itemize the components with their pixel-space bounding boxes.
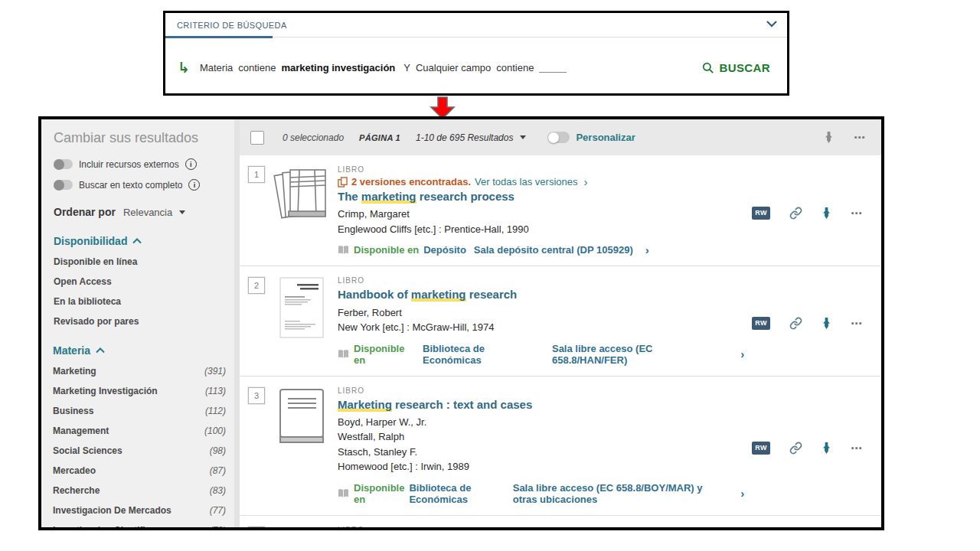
pin-icon[interactable]: [822, 317, 831, 330]
pin-icon[interactable]: [822, 207, 831, 220]
pin-icon[interactable]: [824, 131, 834, 144]
select-all-checkbox[interactable]: [250, 131, 264, 145]
query-value2-input[interactable]: [539, 63, 567, 73]
tab-criterio-busqueda[interactable]: CRITERIO DE BÚSQUEDA: [177, 21, 287, 30]
facet-title: Materia: [53, 344, 90, 357]
info-icon[interactable]: i: [188, 179, 200, 191]
result-author: Ferber, Robert: [338, 305, 744, 321]
facet-item-investigacion-de-mercados[interactable]: Investigacion De Mercados(77): [53, 505, 226, 517]
query-operator2-select[interactable]: contiene: [496, 62, 534, 73]
facet-item-investigacion-cientifica[interactable]: Investigacion Cientifica(73): [53, 525, 226, 527]
facet-item-disponible-en-linea[interactable]: Disponible en línea: [54, 256, 225, 268]
result-title[interactable]: Handbook of marketing research: [338, 287, 744, 302]
book-icon: [338, 488, 349, 498]
rw-badge[interactable]: RW: [752, 207, 770, 220]
results-toolbar: 0 seleccionado PÁGINA 1 1-10 de 695 Resu…: [240, 119, 881, 155]
query-row: ↳ Materia contiene marketing investigaci…: [165, 56, 787, 80]
annotation-box-query: Materia contiene marketing investigación: [193, 56, 402, 80]
facet-item-recherche[interactable]: Recherche(83): [53, 485, 226, 497]
facet-item-open-access[interactable]: Open Access: [54, 276, 225, 288]
result-row-4: 4 LIBRO: [240, 515, 881, 527]
page-indicator: PÁGINA 1: [359, 133, 400, 142]
chevron-up-icon: [96, 347, 105, 354]
personalize-toggle[interactable]: [547, 132, 570, 143]
chevron-right-icon: ›: [583, 176, 587, 187]
pin-icon[interactable]: [822, 442, 831, 455]
facet-availability-header[interactable]: Disponibilidad: [54, 235, 225, 247]
query-field-select[interactable]: Materia: [200, 62, 233, 73]
versions-found: 2 versiones encontradas.: [351, 176, 471, 187]
facet-item-en-la-biblioteca[interactable]: En la biblioteca: [54, 296, 225, 308]
resource-type: LIBRO: [338, 276, 744, 285]
result-number[interactable]: 4: [248, 527, 265, 527]
search-tab-bar: CRITERIO DE BÚSQUEDA: [165, 13, 787, 37]
book-stack-thumbnail[interactable]: [265, 524, 338, 527]
toggle-label: Incluir recursos externos: [79, 159, 179, 170]
search-icon: [702, 62, 714, 74]
permalink-icon[interactable]: [789, 317, 802, 330]
facet-materia-header[interactable]: Materia: [53, 344, 226, 357]
query-conjunction[interactable]: Y: [403, 62, 410, 73]
buscar-button-label: BUSCAR: [719, 61, 770, 74]
result-title[interactable]: Marketing research : text and cases: [338, 397, 744, 412]
book-sketch-thumbnail[interactable]: [265, 385, 338, 505]
external-resources-toggle[interactable]: [54, 159, 73, 169]
result-author: Stasch, Stanley F.: [338, 445, 744, 460]
see-all-versions-link[interactable]: Ver todas las versiones: [475, 176, 577, 187]
permalink-icon[interactable]: [789, 442, 802, 455]
personalize-label[interactable]: Personalizar: [576, 132, 635, 143]
results-list: 1 LIBRO: [240, 155, 881, 527]
query-second-clause: Y Cualquier campo contiene: [403, 62, 567, 73]
availability-link[interactable]: Disponible en Biblioteca de Económicas S…: [338, 482, 744, 505]
result-number[interactable]: 3: [248, 387, 265, 404]
book-cover-thumbnail[interactable]: [265, 275, 338, 365]
highlighted-term: marketing: [411, 288, 466, 302]
resource-type: LIBRO: [338, 386, 744, 395]
fulltext-toggle[interactable]: [54, 180, 73, 190]
results-range-dropdown[interactable]: 1-10 de 695 Resultados: [416, 132, 526, 143]
result-title[interactable]: The marketing research process: [338, 189, 744, 204]
result-number[interactable]: 2: [248, 277, 265, 294]
facet-item-management[interactable]: Management(100): [53, 425, 226, 437]
info-icon[interactable]: i: [185, 158, 197, 170]
facet-item-marketing-investigacion[interactable]: Marketing Investigación(113): [53, 386, 226, 397]
result-author: Boyd, Harper W., Jr.: [338, 415, 744, 430]
query-field2-select[interactable]: Cualquier campo: [416, 62, 491, 73]
more-options-icon[interactable]: ⋯: [854, 132, 866, 143]
facet-item-business[interactable]: Business(112): [53, 406, 226, 417]
permalink-icon[interactable]: [789, 207, 802, 220]
collapse-chevron-icon[interactable]: [766, 20, 778, 28]
query-operator-select[interactable]: contiene: [238, 62, 276, 73]
result-author: Crimp, Margaret: [338, 207, 744, 222]
facet-item-marketing[interactable]: Marketing(391): [53, 366, 226, 377]
facet-title: Disponibilidad: [54, 235, 127, 247]
tab-active-underline: [165, 36, 273, 38]
book-stack-thumbnail[interactable]: [265, 164, 338, 256]
results-main: 0 seleccionado PÁGINA 1 1-10 de 695 Resu…: [240, 119, 881, 527]
toggle-external-resources: Incluir recursos externos i: [54, 158, 225, 170]
query-value-input[interactable]: marketing investigación: [281, 62, 395, 73]
result-publication: Homewood [etc.] : Irwin, 1989: [338, 459, 744, 474]
rw-badge[interactable]: RW: [752, 442, 770, 455]
availability-link[interactable]: Disponible en Biblioteca de Económicas S…: [338, 343, 744, 366]
more-options-icon[interactable]: ⋯: [851, 318, 863, 329]
book-icon: [338, 349, 349, 359]
sort-row: Ordenar por Relevancia: [54, 206, 225, 218]
availability-link[interactable]: Disponible en Depósito Sala depósito cen…: [338, 244, 744, 256]
sort-label: Ordenar por: [54, 206, 116, 218]
result-author: Westfall, Ralph: [338, 429, 744, 445]
rw-badge[interactable]: RW: [752, 317, 770, 330]
toggle-fulltext-search: Buscar en texto completo i: [54, 179, 225, 191]
more-options-icon[interactable]: ⋯: [851, 207, 863, 219]
facet-item-revisado-por-pares[interactable]: Revisado por pares: [54, 316, 225, 328]
facet-item-social-sciences[interactable]: Social Sciences(98): [53, 445, 226, 457]
result-row-1: 1 LIBRO: [240, 155, 881, 266]
more-options-icon[interactable]: ⋯: [851, 442, 863, 454]
sort-value-dropdown[interactable]: Relevancia: [123, 207, 172, 218]
book-icon: [338, 245, 349, 255]
facet-item-mercadeo[interactable]: Mercadeo(87): [53, 465, 226, 477]
chevron-down-icon[interactable]: [179, 210, 185, 214]
buscar-button[interactable]: BUSCAR: [697, 60, 775, 75]
result-number[interactable]: 1: [248, 166, 265, 183]
toolbar-actions: ⋯: [824, 131, 866, 144]
